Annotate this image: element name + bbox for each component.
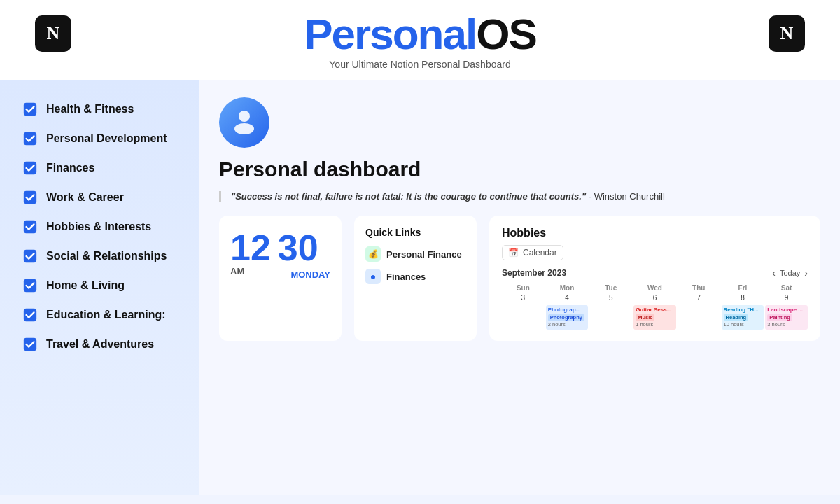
- title-os: OS: [476, 10, 536, 58]
- checkmark-icon: [22, 278, 38, 293]
- checkmark-icon: [22, 131, 38, 146]
- header: N PersonalOS Your Ultimate Notion Person…: [0, 0, 840, 80]
- sidebar-label: Home & Living: [46, 279, 125, 292]
- day-wed: Wed: [634, 283, 676, 293]
- sidebar-item-work-career[interactable]: Work & Career: [14, 183, 200, 212]
- title-personal: Personal: [304, 10, 476, 58]
- checkmark-icon: [22, 160, 38, 176]
- clock-day: MONDAY: [290, 270, 330, 280]
- personal-finance-label: Personal Finance: [386, 249, 462, 260]
- calendar-events: Photograp... Photography 2 hours Guitar …: [502, 305, 808, 330]
- day-mon: Mon: [546, 283, 589, 293]
- guitar-event[interactable]: Guitar Sess... Music 1 hours: [634, 305, 676, 330]
- notion-icon-right: N: [769, 15, 805, 52]
- sidebar: Health & Fitness Personal Development Fi…: [0, 80, 200, 495]
- reading-event[interactable]: Reading "H... Reading 10 hours: [722, 305, 764, 330]
- checkmark-icon: [22, 219, 38, 234]
- checkmark-icon: [22, 190, 38, 205]
- checkmark-icon: [22, 102, 38, 117]
- quote-block: "Success is not final, failure is not fa…: [219, 191, 820, 202]
- sidebar-item-social-relationships[interactable]: Social & Relationships: [14, 241, 200, 271]
- clock-minute: 30: [278, 230, 318, 266]
- sidebar-label: Personal Development: [46, 132, 167, 145]
- sidebar-label: Finances: [46, 162, 94, 174]
- svg-point-10: [234, 123, 254, 134]
- finances-icon: ●: [365, 269, 381, 284]
- painting-event[interactable]: Landscape ... Painting 3 hours: [765, 305, 808, 330]
- content-area: Personal dashboard "Success is not final…: [200, 80, 840, 495]
- sidebar-label: Work & Career: [46, 191, 124, 204]
- clock-panel: 12 30 AM MONDAY: [219, 216, 342, 341]
- sidebar-item-personal-development[interactable]: Personal Development: [14, 124, 200, 153]
- sidebar-label: Travel & Adventures: [46, 338, 154, 351]
- calendar-tab-label: Calendar: [523, 248, 557, 258]
- finances-label: Finances: [386, 272, 426, 282]
- sidebar-item-finances[interactable]: Finances: [14, 153, 200, 183]
- quote-text: "Success is not final, failure is not fa…: [231, 191, 586, 202]
- header-subtitle: Your Ultimate Notion Personal Dashboard: [0, 59, 840, 70]
- bottom-grid: 12 30 AM MONDAY Quick Links 💰 Personal F…: [219, 216, 820, 341]
- cal-today-btn[interactable]: Today: [780, 269, 800, 277]
- sidebar-item-education-learning[interactable]: Education & Learning:: [14, 300, 200, 330]
- quick-link-personal-finance[interactable]: 💰 Personal Finance: [365, 246, 465, 262]
- dashboard-title: Personal dashboard: [219, 158, 820, 181]
- cal-day-4: 4: [546, 293, 589, 302]
- day-sat: Sat: [765, 283, 808, 293]
- cal-prev-btn[interactable]: ‹: [772, 267, 776, 279]
- cal-day-5: 5: [589, 293, 632, 302]
- personal-finance-icon: 💰: [365, 246, 381, 262]
- svg-point-9: [239, 111, 250, 122]
- sidebar-item-hobbies-interests[interactable]: Hobbies & Interests: [14, 212, 200, 241]
- day-tue: Tue: [589, 283, 632, 293]
- avatar: [219, 97, 270, 148]
- calendar-days: 3 4 5 6 7 8 9: [502, 293, 808, 302]
- sidebar-item-health-fitness[interactable]: Health & Fitness: [14, 94, 200, 124]
- sidebar-item-travel-adventures[interactable]: Travel & Adventures: [14, 330, 200, 359]
- sidebar-label: Education & Learning:: [46, 309, 166, 321]
- quick-link-finances[interactable]: ● Finances: [365, 269, 465, 284]
- calendar-day-headers: Sun Mon Tue Wed Thu Fri Sat: [502, 283, 808, 293]
- quote-author: - Winston Churchill: [586, 191, 665, 202]
- day-sun: Sun: [502, 283, 545, 293]
- main-layout: Health & Fitness Personal Development Fi…: [0, 80, 840, 495]
- checkmark-icon: [22, 307, 38, 323]
- day-thu: Thu: [678, 283, 720, 293]
- hobbies-title: Hobbies: [502, 227, 808, 239]
- calendar-tab[interactable]: 📅 Calendar: [502, 245, 564, 260]
- cal-day-3: 3: [502, 293, 545, 302]
- sidebar-item-home-living[interactable]: Home & Living: [14, 271, 200, 300]
- calendar-month: September 2023: [502, 268, 566, 278]
- calendar-header: September 2023 ‹ Today ›: [502, 267, 808, 279]
- sidebar-label: Health & Fitness: [46, 103, 134, 115]
- cal-next-btn[interactable]: ›: [804, 267, 808, 279]
- day-fri: Fri: [722, 283, 764, 293]
- checkmark-icon: [22, 248, 38, 264]
- notion-icon-left: N: [35, 15, 71, 52]
- photography-event[interactable]: Photograp... Photography 2 hours: [546, 305, 589, 330]
- clock-period: AM: [230, 266, 244, 276]
- app-title: PersonalOS: [0, 13, 840, 56]
- cal-day-9: 9: [765, 293, 808, 302]
- clock-hour: 12: [230, 230, 271, 266]
- sidebar-label: Hobbies & Interests: [46, 220, 151, 233]
- quick-links-panel: Quick Links 💰 Personal Finance ● Finance…: [354, 216, 477, 341]
- sidebar-label: Social & Relationships: [46, 250, 167, 262]
- cal-day-6: 6: [634, 293, 676, 302]
- checkmark-icon: [22, 337, 38, 352]
- quick-links-title: Quick Links: [365, 227, 465, 238]
- calendar-nav: ‹ Today ›: [772, 267, 808, 279]
- calendar-icon: 📅: [508, 248, 519, 258]
- hobbies-panel: Hobbies 📅 Calendar September 2023 ‹ Toda…: [489, 216, 820, 341]
- cal-day-7: 7: [678, 293, 720, 302]
- cal-day-8: 8: [722, 293, 764, 302]
